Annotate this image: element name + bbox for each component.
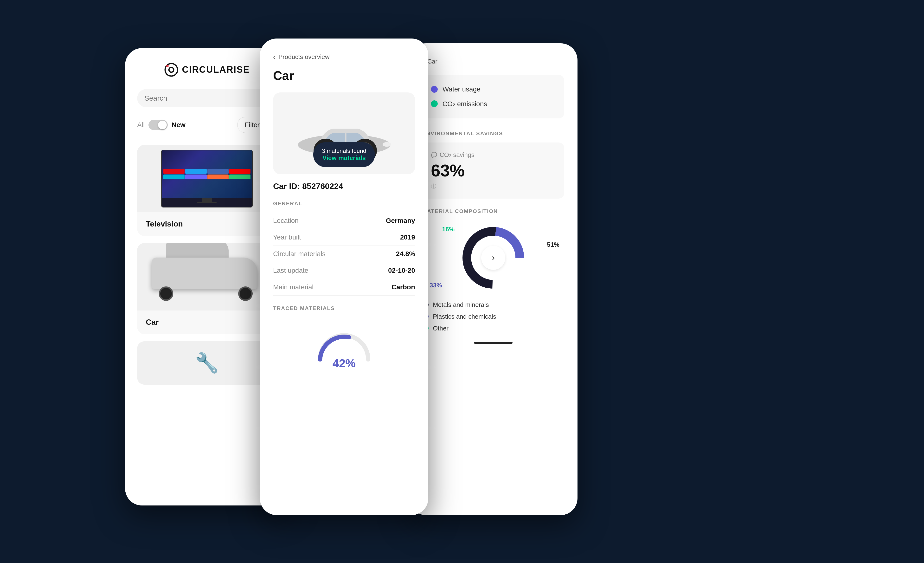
svg-point-7 bbox=[382, 142, 391, 147]
car-label: Car bbox=[146, 318, 159, 327]
svg-point-1 bbox=[169, 68, 174, 72]
drill-icon: 🔧 bbox=[195, 352, 219, 374]
tv-screen bbox=[162, 150, 252, 198]
info-label-year: Year built bbox=[273, 229, 364, 246]
co2-savings-value: 63% bbox=[431, 161, 556, 180]
tv-mock bbox=[161, 150, 253, 207]
filter-label: Filter bbox=[245, 121, 260, 129]
logo-area: CIRCULARISE bbox=[137, 63, 277, 77]
car-wheel-right-left bbox=[238, 287, 253, 301]
water-usage-dot bbox=[431, 86, 438, 93]
car-mock-left bbox=[147, 253, 267, 301]
material-legend: Metals and minerals Plastics and chemica… bbox=[422, 301, 564, 332]
car-body-left bbox=[152, 258, 258, 289]
materials-badge[interactable]: 3 materials found View materials bbox=[313, 142, 375, 167]
circularise-logo-icon bbox=[164, 63, 178, 77]
product-item-drill[interactable]: 🔧 bbox=[137, 341, 277, 384]
info-row-update: Last update 02-10-20 bbox=[273, 262, 415, 279]
filter-row: All New Filter bbox=[137, 117, 277, 133]
back-label-right: Car bbox=[428, 58, 438, 65]
info-label-material: Main material bbox=[273, 279, 364, 295]
info-table: Location Germany Year built 2019 Circula… bbox=[273, 213, 415, 296]
bottom-bar bbox=[474, 342, 513, 344]
info-row-material: Main material Carbon bbox=[273, 279, 415, 295]
phone-middle: ‹ Products overview Car bbox=[260, 39, 428, 515]
metals-label: Metals and minerals bbox=[433, 301, 489, 309]
legend-metals: Metals and minerals bbox=[422, 301, 564, 309]
back-nav-right[interactable]: ‹ Car bbox=[422, 58, 564, 65]
info-row-circular: Circular materials 24.8% bbox=[273, 246, 415, 262]
general-section-header: GENERAL bbox=[273, 201, 415, 207]
donut-center-chevron: › bbox=[492, 253, 495, 263]
toggle-area: All New bbox=[137, 120, 186, 130]
donut-label-other: 16% bbox=[442, 225, 454, 233]
traced-header: TRACED MATERIALS bbox=[273, 305, 415, 311]
drill-image-area: 🔧 bbox=[137, 341, 277, 384]
co2-emissions-dot bbox=[431, 101, 438, 107]
donut-label-metals: 51% bbox=[547, 241, 560, 248]
television-image-area bbox=[137, 145, 277, 212]
traced-chart: 42% bbox=[313, 327, 375, 370]
tv-stand bbox=[202, 198, 212, 202]
car-image-area-left bbox=[137, 243, 277, 311]
back-chevron-middle: ‹ bbox=[273, 53, 276, 61]
phone-right: ‹ Car Water usage CO₂ emissions ENVIRONM… bbox=[409, 44, 578, 515]
co2-savings-text: CO₂ savings bbox=[440, 151, 474, 159]
tv-base bbox=[197, 202, 217, 203]
donut-label-plastics: 33% bbox=[429, 282, 442, 289]
co2-savings-label: CO₂ savings bbox=[431, 151, 556, 159]
co2-savings-info: ⓘ bbox=[431, 183, 556, 190]
info-value-year: 2019 bbox=[364, 229, 415, 246]
plastics-label: Plastics and chemicals bbox=[433, 313, 496, 320]
search-bar[interactable] bbox=[137, 89, 277, 107]
legend-plastics: Plastics and chemicals bbox=[422, 313, 564, 320]
product-item-car[interactable]: Car › bbox=[137, 243, 277, 334]
legend-other: Other bbox=[422, 325, 564, 332]
donut-chart-area: 16% 51% 33% › bbox=[422, 222, 564, 294]
legend-card: Water usage CO₂ emissions bbox=[422, 75, 564, 119]
search-input[interactable] bbox=[144, 94, 261, 102]
back-label-middle: Products overview bbox=[278, 53, 329, 61]
scene: CIRCULARISE All New Filter bbox=[77, 29, 847, 534]
info-row-location: Location Germany bbox=[273, 213, 415, 229]
material-comp-title: MATERIAL COMPOSITION bbox=[422, 208, 564, 215]
info-label-location: Location bbox=[273, 213, 364, 229]
donut-center-button[interactable]: › bbox=[481, 246, 506, 270]
co2-emissions-label: CO₂ emissions bbox=[442, 100, 487, 108]
all-label: All bbox=[137, 121, 145, 129]
car-wheel-left-left bbox=[159, 287, 173, 301]
new-label: New bbox=[172, 121, 186, 129]
back-nav-middle[interactable]: ‹ Products overview bbox=[273, 53, 415, 61]
legend-item-co2: CO₂ emissions bbox=[431, 96, 556, 111]
info-row-year: Year built 2019 bbox=[273, 229, 415, 246]
traced-section: TRACED MATERIALS 42% bbox=[273, 305, 415, 380]
traced-circle-area: 42% bbox=[273, 317, 415, 380]
television-info-row: Television › bbox=[137, 212, 277, 236]
car-info-row: Car › bbox=[137, 311, 277, 334]
svg-point-2 bbox=[166, 65, 169, 67]
env-savings-title: ENVIRONMENTAL SAVINGS bbox=[422, 131, 564, 137]
tv-screen-content bbox=[162, 168, 252, 181]
app-name: CIRCULARISE bbox=[182, 65, 250, 75]
co2-savings-card: CO₂ savings 63% ⓘ bbox=[422, 143, 564, 198]
leaf-icon bbox=[431, 152, 437, 158]
info-label-circular: Circular materials bbox=[273, 246, 364, 262]
info-value-circular: 24.8% bbox=[364, 246, 415, 262]
other-label: Other bbox=[433, 325, 448, 332]
legend-item-water: Water usage bbox=[431, 82, 556, 96]
car-title-middle: Car bbox=[273, 68, 415, 83]
car-image-middle: 3 materials found View materials bbox=[273, 92, 415, 174]
info-value-update: 02-10-20 bbox=[364, 262, 415, 279]
product-item-television[interactable]: Television › bbox=[137, 145, 277, 236]
water-usage-label: Water usage bbox=[442, 86, 480, 93]
television-label: Television bbox=[146, 219, 183, 228]
info-value-location: Germany bbox=[364, 213, 415, 229]
new-toggle[interactable] bbox=[148, 120, 168, 130]
info-value-material: Carbon bbox=[364, 279, 415, 295]
materials-count: 3 materials found bbox=[322, 147, 366, 154]
view-materials-link[interactable]: View materials bbox=[322, 154, 366, 162]
info-label-update: Last update bbox=[273, 262, 364, 279]
car-id: Car ID: 852760224 bbox=[273, 182, 415, 191]
